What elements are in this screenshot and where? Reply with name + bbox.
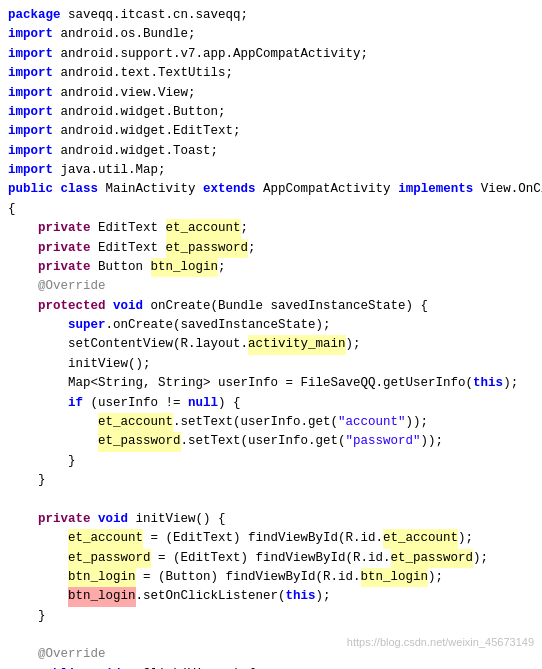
- line: protected void onCreate(Bundle savedInst…: [0, 297, 542, 316]
- line: import android.widget.Toast;: [0, 142, 542, 161]
- line: import android.text.TextUtils;: [0, 64, 542, 83]
- line: private EditText et_account;: [0, 219, 542, 238]
- line: initView();: [0, 355, 542, 374]
- code-lines: package saveqq.itcast.cn.saveqq;import a…: [0, 6, 542, 669]
- line: import android.os.Bundle;: [0, 25, 542, 44]
- line: private Button btn_login;: [0, 258, 542, 277]
- line: setContentView(R.layout.activity_main);: [0, 335, 542, 354]
- line: public void onClick(View v) {: [0, 665, 542, 669]
- line: }: [0, 607, 542, 626]
- line: import android.support.v7.app.AppCompatA…: [0, 45, 542, 64]
- line: }: [0, 452, 542, 471]
- line: public class MainActivity extends AppCom…: [0, 180, 542, 199]
- line: btn_login = (Button) findViewById(R.id.b…: [0, 568, 542, 587]
- line: et_password = (EditText) findViewById(R.…: [0, 549, 542, 568]
- line: import android.widget.Button;: [0, 103, 542, 122]
- line: et_password.setText(userInfo.get("passwo…: [0, 432, 542, 451]
- line: btn_login.setOnClickListener(this);: [0, 587, 542, 606]
- line: super.onCreate(savedInstanceState);: [0, 316, 542, 335]
- line: import android.view.View;: [0, 84, 542, 103]
- line: @Override: [0, 277, 542, 296]
- watermark: https://blog.csdn.net/weixin_45673149: [347, 634, 534, 651]
- line: [0, 490, 542, 509]
- line: private EditText et_password;: [0, 239, 542, 258]
- line: if (userInfo != null) {: [0, 394, 542, 413]
- line: }: [0, 471, 542, 490]
- line: et_account.setText(userInfo.get("account…: [0, 413, 542, 432]
- line: et_account = (EditText) findViewById(R.i…: [0, 529, 542, 548]
- line: import java.util.Map;: [0, 161, 542, 180]
- line: import android.widget.EditText;: [0, 122, 542, 141]
- line: {: [0, 200, 542, 219]
- line: Map<String, String> userInfo = FileSaveQ…: [0, 374, 542, 393]
- line: package saveqq.itcast.cn.saveqq;: [0, 6, 542, 25]
- line: private void initView() {: [0, 510, 542, 529]
- code-editor: package saveqq.itcast.cn.saveqq;import a…: [0, 0, 542, 669]
